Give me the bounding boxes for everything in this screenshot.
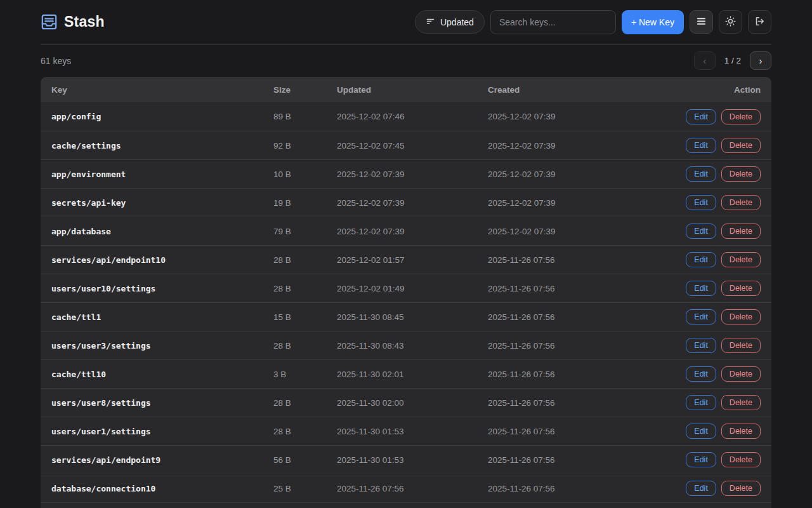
created-cell: 2025-11-26 07:56 bbox=[488, 341, 686, 351]
created-cell: 2025-11-26 07:56 bbox=[488, 312, 686, 322]
key-cell: users/user10/settings bbox=[51, 284, 273, 293]
prev-page-button[interactable]: ‹ bbox=[694, 51, 716, 70]
size-cell: 10 B bbox=[273, 170, 337, 179]
delete-button[interactable]: Delete bbox=[721, 338, 761, 353]
created-cell: 2025-11-26 07:56 bbox=[488, 398, 686, 408]
page-title: Stash bbox=[64, 13, 105, 30]
size-cell: 28 B bbox=[273, 341, 337, 351]
size-cell: 3 B bbox=[273, 370, 337, 379]
delete-button[interactable]: Delete bbox=[721, 309, 761, 324]
edit-button[interactable]: Edit bbox=[686, 195, 716, 210]
created-cell: 2025-12-02 07:39 bbox=[488, 198, 686, 208]
size-cell: 28 B bbox=[273, 284, 337, 293]
size-cell: 28 B bbox=[273, 255, 337, 265]
updated-cell: 2025-11-30 01:53 bbox=[337, 427, 488, 436]
key-cell: secrets/api-key bbox=[51, 198, 273, 208]
size-cell: 19 B bbox=[273, 198, 337, 208]
edit-button[interactable]: Edit bbox=[686, 138, 716, 153]
key-cell: cache/ttl1 bbox=[51, 312, 273, 322]
table-row: users/user8/settings 28 B 2025-11-30 02:… bbox=[41, 388, 771, 417]
edit-button[interactable]: Edit bbox=[686, 309, 716, 324]
created-cell: 2025-11-26 07:56 bbox=[488, 484, 686, 493]
edit-button[interactable]: Edit bbox=[686, 395, 716, 410]
key-cell: users/user1/settings bbox=[51, 427, 273, 436]
menu-icon bbox=[696, 16, 707, 29]
edit-button[interactable]: Edit bbox=[686, 166, 716, 182]
edit-button[interactable]: Edit bbox=[686, 424, 716, 439]
created-cell: 2025-12-02 07:39 bbox=[488, 227, 686, 236]
table-row: users/user10/settings 28 B 2025-12-02 01… bbox=[41, 274, 771, 302]
edit-button[interactable]: Edit bbox=[686, 281, 716, 296]
menu-button[interactable] bbox=[690, 10, 713, 34]
key-cell: users/user8/settings bbox=[51, 398, 273, 408]
updated-cell: 2025-12-02 01:49 bbox=[337, 284, 488, 293]
pagination: ‹ 1 / 2 › bbox=[694, 51, 771, 70]
delete-button[interactable]: Delete bbox=[721, 166, 761, 182]
delete-button[interactable]: Delete bbox=[721, 109, 761, 124]
edit-button[interactable]: Edit bbox=[686, 338, 716, 353]
key-cell: cache/settings bbox=[51, 141, 273, 150]
key-cell: app/database bbox=[51, 227, 273, 236]
table-row: cache/ttl10 3 B 2025-11-30 02:01 2025-11… bbox=[41, 359, 771, 388]
table-row: app/config 89 B 2025-12-02 07:46 2025-12… bbox=[41, 102, 771, 131]
edit-button[interactable]: Edit bbox=[686, 252, 716, 267]
delete-button[interactable]: Delete bbox=[721, 452, 761, 467]
key-cell: app/config bbox=[51, 112, 273, 121]
updated-cell: 2025-11-30 01:53 bbox=[337, 455, 488, 465]
next-page-button[interactable]: › bbox=[750, 51, 771, 70]
table-row: cache/settings 92 B 2025-12-02 07:45 202… bbox=[41, 131, 771, 159]
sort-updated-button[interactable]: Updated bbox=[415, 10, 485, 34]
delete-button[interactable]: Delete bbox=[721, 424, 761, 439]
size-cell: 28 B bbox=[273, 398, 337, 408]
delete-button[interactable]: Delete bbox=[721, 481, 761, 496]
delete-button[interactable]: Delete bbox=[721, 138, 761, 153]
column-header-action: Action bbox=[734, 85, 761, 95]
table-row: database/connection10 25 B 2025-11-26 07… bbox=[41, 474, 771, 502]
column-header-created: Created bbox=[488, 85, 734, 95]
search-input[interactable] bbox=[490, 10, 616, 34]
updated-cell: 2025-11-30 02:00 bbox=[337, 398, 488, 408]
size-cell: 15 B bbox=[273, 312, 337, 322]
delete-button[interactable]: Delete bbox=[721, 224, 761, 239]
table-body: app/config 89 B 2025-12-02 07:46 2025-12… bbox=[41, 102, 771, 502]
updated-cell: 2025-12-02 07:46 bbox=[337, 112, 488, 121]
logout-button[interactable] bbox=[748, 10, 771, 34]
updated-cell: 2025-11-30 08:45 bbox=[337, 312, 488, 322]
delete-button[interactable]: Delete bbox=[721, 281, 761, 296]
column-header-updated: Updated bbox=[337, 85, 488, 95]
delete-button[interactable]: Delete bbox=[721, 195, 761, 210]
created-cell: 2025-12-02 07:39 bbox=[488, 170, 686, 179]
stash-logo-icon bbox=[41, 13, 58, 30]
edit-button[interactable]: Edit bbox=[686, 452, 716, 467]
logout-icon bbox=[754, 16, 765, 29]
sun-icon bbox=[725, 16, 736, 29]
delete-button[interactable]: Delete bbox=[721, 395, 761, 410]
new-key-button[interactable]: + New Key bbox=[622, 10, 684, 34]
created-cell: 2025-11-26 07:56 bbox=[488, 427, 686, 436]
sort-lines-icon bbox=[426, 17, 435, 28]
sort-button-label: Updated bbox=[440, 17, 474, 27]
table-row: app/environment 10 B 2025-12-02 07:39 20… bbox=[41, 159, 771, 188]
table-row: cache/ttl1 15 B 2025-11-30 08:45 2025-11… bbox=[41, 302, 771, 331]
edit-button[interactable]: Edit bbox=[686, 366, 716, 382]
created-cell: 2025-12-02 07:39 bbox=[488, 112, 686, 121]
meta-row: 61 keys ‹ 1 / 2 › bbox=[41, 44, 771, 77]
created-cell: 2025-11-26 07:56 bbox=[488, 370, 686, 379]
table-row: secrets/api-key 19 B 2025-12-02 07:39 20… bbox=[41, 188, 771, 217]
keys-count: 61 keys bbox=[41, 56, 71, 66]
theme-toggle-button[interactable] bbox=[719, 10, 742, 34]
edit-button[interactable]: Edit bbox=[686, 109, 716, 124]
column-header-key: Key bbox=[51, 85, 273, 95]
key-cell: services/api/endpoint10 bbox=[51, 255, 273, 265]
delete-button[interactable]: Delete bbox=[721, 366, 761, 382]
size-cell: 56 B bbox=[273, 455, 337, 465]
key-cell: users/user3/settings bbox=[51, 341, 273, 351]
table-row: services/api/endpoint10 28 B 2025-12-02 … bbox=[41, 245, 771, 274]
size-cell: 28 B bbox=[273, 427, 337, 436]
updated-cell: 2025-12-02 07:45 bbox=[337, 141, 488, 150]
edit-button[interactable]: Edit bbox=[686, 224, 716, 239]
delete-button[interactable]: Delete bbox=[721, 252, 761, 267]
partial-next-row bbox=[41, 502, 771, 508]
edit-button[interactable]: Edit bbox=[686, 481, 716, 496]
created-cell: 2025-11-26 07:56 bbox=[488, 284, 686, 293]
